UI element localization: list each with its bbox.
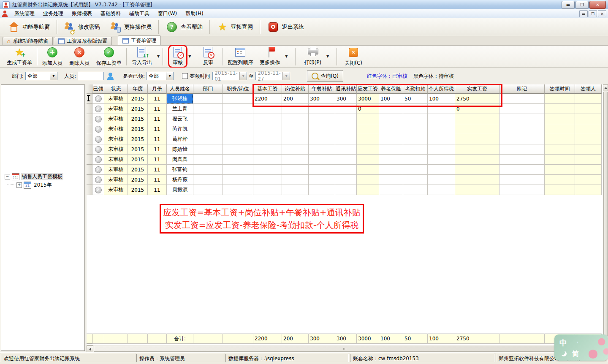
cell-signed[interactable]: ✓ [92,185,104,195]
cell-pension[interactable] [379,155,403,165]
unaudit-button[interactable]: ✕ 反审 [199,46,217,67]
cell-base-salary[interactable] [253,124,282,134]
cell-dept[interactable] [193,94,223,104]
column-header-status[interactable]: 状态 [104,84,128,94]
row-selector[interactable] [87,175,92,185]
expand-icon[interactable]: + [16,182,22,188]
cell-lunch-allowance[interactable] [309,104,335,114]
cell-comm-allowance[interactable] [335,114,357,124]
cell-attendance-deduction[interactable]: 50 [403,94,428,104]
cell-signer[interactable] [575,134,602,144]
cell-sign-time[interactable] [545,134,575,144]
cell-year[interactable]: 2015 [128,124,148,134]
row-selector[interactable] [87,155,92,165]
cell-year[interactable]: 2015 [128,185,148,195]
cell-signer[interactable] [575,175,602,185]
cell-dept[interactable] [193,185,223,195]
moon-icon[interactable] [559,350,565,355]
total-position[interactable] [223,334,253,344]
cell-comm-allowance[interactable] [335,144,357,155]
cell-attendance-deduction[interactable] [403,134,428,144]
cell-comm-allowance[interactable]: 300 [335,94,357,104]
tab-payroll-management[interactable]: 工资单管理 [118,35,161,45]
cell-comm-allowance[interactable] [335,175,357,185]
cell-dept[interactable] [193,134,223,144]
cell-name[interactable]: 闵真真 [167,155,193,165]
cell-sign-time[interactable] [545,175,575,185]
total-post-allowance[interactable]: 200 [282,334,309,344]
cell-name[interactable]: 陈婧怡 [167,144,193,155]
column-header-note[interactable]: 附记 [499,84,545,94]
cell-sign-time[interactable] [545,185,575,195]
cell-lunch-allowance[interactable] [309,124,335,134]
cell-pension[interactable]: 100 [379,94,403,104]
row-selector[interactable] [87,104,92,114]
cell-note[interactable] [499,104,545,114]
cell-status[interactable]: 未审核 [104,94,128,104]
cell-position[interactable] [223,185,253,195]
chevron-down-icon[interactable]: ▼ [166,72,173,80]
cell-year[interactable]: 2015 [128,155,148,165]
cell-pension[interactable] [379,175,403,185]
cell-status[interactable]: 未审核 [104,165,128,175]
cell-income-tax[interactable] [428,104,455,114]
row-selector[interactable] [87,124,92,134]
cell-pension[interactable] [379,134,403,144]
more-actions-button[interactable]: 更多操作 [256,46,283,67]
cell-signed[interactable]: ✓ [92,175,104,185]
menu-help[interactable]: 帮助(H) [181,9,207,18]
column-header-name[interactable]: 人员姓名 [167,84,193,94]
cell-base-salary[interactable] [253,114,282,124]
cell-month[interactable]: 11 [148,144,167,155]
column-header-sign-time[interactable]: 签领时间 [545,84,575,94]
cell-base-salary[interactable] [253,155,282,165]
cell-position[interactable] [223,114,253,124]
cell-net-pay[interactable] [455,185,499,195]
collapse-icon[interactable]: − [5,174,10,179]
total-base-salary[interactable]: 2200 [253,334,282,344]
menu-system[interactable]: 系统管理 [10,9,39,18]
horizontal-scrollbar[interactable] [87,345,603,352]
cell-income-tax[interactable] [428,155,455,165]
cell-comm-allowance[interactable] [335,104,357,114]
cell-income-tax[interactable] [428,165,455,175]
switch-operator-button[interactable]: 更换操作员 [105,20,157,34]
cell-base-salary[interactable] [253,175,282,185]
cell-lunch-allowance[interactable] [309,185,335,195]
cell-net-pay[interactable] [455,175,499,185]
row-selector[interactable] [87,334,92,344]
date-to-select[interactable]: 2015-11-27 ▼ [255,72,290,80]
cell-status[interactable]: 未审核 [104,124,128,134]
cell-note[interactable] [499,165,545,175]
cell-month[interactable]: 11 [148,94,167,104]
row-selector[interactable] [87,144,92,155]
cell-sign-time[interactable] [545,104,575,114]
cell-net-pay[interactable] [455,155,499,165]
cell-base-salary[interactable] [253,185,282,195]
cell-position[interactable] [223,144,253,155]
cell-sign-time[interactable] [545,124,575,134]
cell-signed[interactable]: ✓ [92,134,104,144]
cell-base-salary[interactable]: 2200 [253,94,282,104]
cell-month[interactable]: 11 [148,175,167,185]
cell-net-pay[interactable] [455,114,499,124]
total-dept[interactable] [193,334,223,344]
cell-status[interactable]: 未审核 [104,185,128,195]
cell-signer[interactable] [575,114,602,124]
cell-pension[interactable] [379,165,403,175]
cell-income-tax[interactable] [428,185,455,195]
person-input[interactable] [78,72,104,80]
cell-attendance-deduction[interactable] [403,124,428,134]
cell-pension[interactable] [379,144,403,155]
column-header-month[interactable]: 月份 [148,84,167,94]
cell-comm-allowance[interactable] [335,165,357,175]
cell-lunch-allowance[interactable] [309,134,335,144]
cell-net-pay[interactable] [455,165,499,175]
row-selector[interactable] [87,185,92,195]
cell-post-allowance[interactable]: 200 [282,94,309,104]
cell-year[interactable]: 2015 [128,104,148,114]
cell-attendance-deduction[interactable] [403,185,428,195]
column-header-lunch-allowance[interactable]: 午餐补贴 [309,84,335,94]
generate-payroll-button[interactable]: ★+ 生成工资单 [3,46,35,67]
save-payroll-button[interactable]: ✓ 保存工资单 [93,46,125,68]
